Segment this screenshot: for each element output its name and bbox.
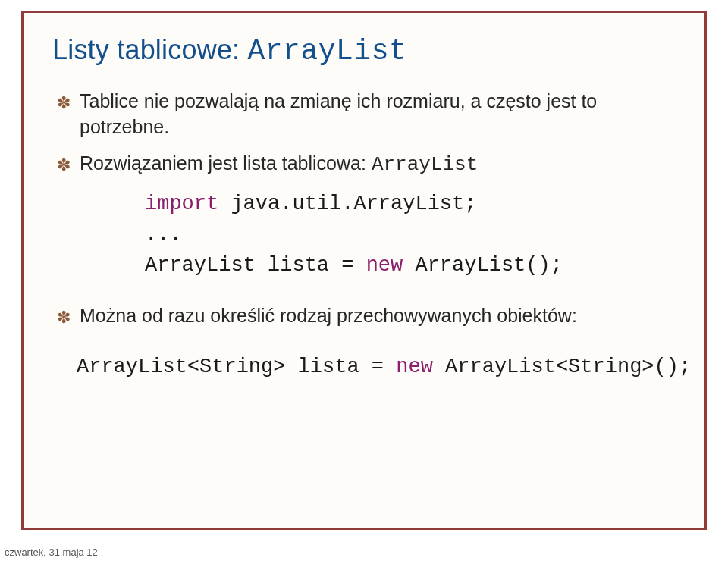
bullet-1: ✽ Tablice nie pozwalają na zmianę ich ro… (57, 89, 676, 140)
slide-frame: Listy tablicowe: ArrayList ✽ Tablice nie… (21, 11, 707, 530)
code1-l1-rest: java.util.ArrayList; (218, 193, 476, 215)
bullet-2-mono: ArrayList (372, 153, 478, 176)
code1-l3-c: ArrayList(); (403, 254, 563, 277)
keyword-new: new (366, 254, 403, 277)
code2-c: ArrayList<String>(); (433, 356, 691, 378)
bullet-2: ✽ Rozwiązaniem jest lista tablicowa: Arr… (57, 151, 676, 178)
keyword-import: import (145, 193, 218, 215)
code2-a: ArrayList<String> lista = (77, 356, 396, 378)
asterisk-icon: ✽ (57, 306, 71, 329)
code1-l3-a: ArrayList lista = (145, 254, 366, 277)
bullet-3: ✽ Można od razu określić rodzaj przechow… (57, 303, 676, 329)
bullet-3-text: Można od razu określić rodzaj przechowyw… (80, 303, 676, 329)
title-mono: ArrayList (248, 35, 407, 67)
title-prefix: Listy tablicowe: (52, 34, 248, 65)
slide-title: Listy tablicowe: ArrayList (52, 34, 676, 67)
asterisk-icon: ✽ (57, 154, 71, 177)
keyword-new: new (396, 356, 433, 378)
bullet-2-text: Rozwiązaniem jest lista tablicowa: Array… (80, 151, 676, 178)
code-block-2: ArrayList<String> lista = new ArrayList<… (77, 352, 676, 383)
bullet-2-prefix: Rozwiązaniem jest lista tablicowa: (80, 152, 372, 174)
code1-l2: ... (145, 223, 182, 246)
footer-timestamp: czwartek, 31 maja 12 (5, 547, 98, 558)
asterisk-icon: ✽ (57, 92, 71, 114)
bullet-1-text: Tablice nie pozwalają na zmianę ich rozm… (80, 89, 676, 140)
code-block-1: import java.util.ArrayList; ... ArrayLis… (145, 189, 676, 281)
